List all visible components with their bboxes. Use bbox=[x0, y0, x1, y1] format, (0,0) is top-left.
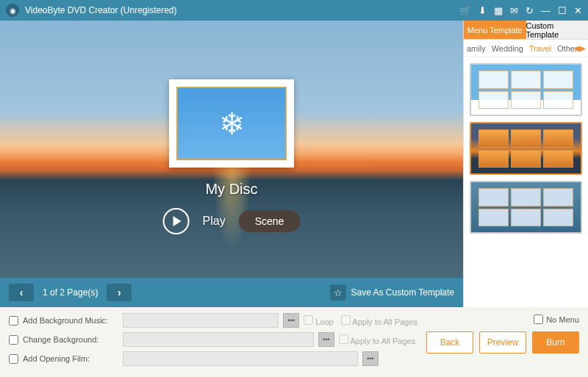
template-type-tabs: Menu Template Custom Template bbox=[464, 21, 588, 40]
thumbnail-frame[interactable]: ❄ bbox=[169, 79, 294, 168]
history-icon[interactable]: ↻ bbox=[526, 5, 534, 16]
titlebar: ◉ VideoByte DVD Creator (Unregistered) 🛒… bbox=[0, 0, 588, 21]
main-area: ❄ My Disc Play Scene ‹ 1 of 2 Page(s) › … bbox=[0, 21, 588, 307]
titlebar-controls: 🛒 ⬇ ▦ ✉ ↻ — ☐ ✕ bbox=[459, 5, 582, 16]
film-browse-button[interactable]: ••• bbox=[362, 351, 379, 366]
save-as-template-button[interactable]: ☆ Save As Custom Template bbox=[330, 284, 454, 301]
add-music-checkbox[interactable] bbox=[9, 316, 18, 326]
apply-all-bg-label: Apply to All Pages bbox=[350, 337, 415, 345]
back-button[interactable]: Back bbox=[426, 331, 473, 353]
template-thumb[interactable] bbox=[470, 122, 582, 175]
category-family[interactable]: amily bbox=[467, 44, 486, 53]
app-title: VideoByte DVD Creator (Unregistered) bbox=[25, 5, 459, 15]
preview-area: ❄ My Disc Play Scene ‹ 1 of 2 Page(s) › … bbox=[0, 21, 463, 307]
minimize-icon[interactable]: — bbox=[541, 5, 551, 16]
page-prev-button[interactable]: ‹ bbox=[9, 284, 34, 301]
music-path-input[interactable] bbox=[123, 313, 279, 328]
action-buttons: Back Preview Burn bbox=[426, 331, 579, 353]
change-bg-label: Change Background: bbox=[23, 335, 118, 344]
music-browse-button[interactable]: ••• bbox=[283, 313, 299, 328]
change-bg-checkbox[interactable] bbox=[9, 335, 18, 345]
add-film-label: Add Opening Film: bbox=[23, 354, 118, 363]
template-list bbox=[464, 57, 588, 307]
menu-controls: Play Scene bbox=[163, 208, 301, 234]
template-thumb[interactable] bbox=[470, 63, 582, 116]
bottom-panel: Add Background Music: ••• Loop Apply to … bbox=[0, 307, 588, 377]
bg-browse-button[interactable]: ••• bbox=[318, 332, 334, 347]
burn-button[interactable]: Burn bbox=[532, 331, 579, 353]
page-icon[interactable]: ▦ bbox=[494, 5, 503, 16]
no-menu-option: No Menu bbox=[534, 315, 579, 324]
add-music-label: Add Background Music: bbox=[23, 316, 118, 325]
maximize-icon[interactable]: ☐ bbox=[558, 5, 567, 16]
key-icon[interactable]: ⬇ bbox=[478, 5, 487, 16]
thumbnail-image: ❄ bbox=[176, 87, 287, 160]
cart-icon[interactable]: 🛒 bbox=[459, 5, 471, 16]
category-scroll-icon[interactable]: ◀▶ bbox=[574, 44, 586, 52]
category-travel[interactable]: Travel bbox=[529, 44, 551, 53]
template-sidebar: Menu Template Custom Template amily Wedd… bbox=[463, 21, 588, 307]
no-menu-label: No Menu bbox=[546, 315, 579, 324]
loop-checkbox bbox=[304, 315, 313, 325]
no-menu-checkbox[interactable] bbox=[534, 315, 543, 324]
play-label[interactable]: Play bbox=[203, 215, 226, 228]
option-row-music: Add Background Music: ••• Loop Apply to … bbox=[9, 313, 417, 328]
save-template-label: Save As Custom Template bbox=[351, 287, 454, 298]
preview-button[interactable]: Preview bbox=[479, 331, 526, 353]
page-indicator: 1 of 2 Page(s) bbox=[43, 287, 98, 298]
option-row-background: Change Background: ••• Apply to All Page… bbox=[9, 332, 417, 347]
film-path-input[interactable] bbox=[123, 351, 358, 366]
scene-button[interactable]: Scene bbox=[239, 210, 301, 232]
star-icon: ☆ bbox=[330, 284, 346, 301]
apply-all-music-checkbox bbox=[341, 315, 351, 325]
play-icon[interactable] bbox=[163, 208, 190, 234]
app-logo-icon: ◉ bbox=[6, 4, 19, 17]
apply-all-bg-checkbox bbox=[339, 334, 348, 344]
category-tabs: amily Wedding Travel Others ◀▶ bbox=[464, 40, 588, 57]
tab-custom-template[interactable]: Custom Template bbox=[526, 21, 589, 39]
loop-label: Loop bbox=[315, 317, 333, 326]
option-row-opening: Add Opening Film: ••• bbox=[9, 351, 417, 366]
close-icon[interactable]: ✕ bbox=[574, 5, 582, 16]
options-column: Add Background Music: ••• Loop Apply to … bbox=[9, 313, 417, 371]
category-wedding[interactable]: Wedding bbox=[492, 44, 523, 53]
page-next-button[interactable]: › bbox=[107, 284, 132, 301]
add-film-checkbox[interactable] bbox=[9, 354, 18, 364]
tab-menu-template[interactable]: Menu Template bbox=[464, 21, 526, 39]
snowflake-icon: ❄ bbox=[219, 106, 245, 142]
menu-preview: ❄ My Disc Play Scene bbox=[0, 21, 463, 278]
chat-icon[interactable]: ✉ bbox=[510, 5, 518, 16]
action-column: No Menu Back Preview Burn bbox=[426, 313, 579, 371]
pager-bar: ‹ 1 of 2 Page(s) › ☆ Save As Custom Temp… bbox=[0, 278, 463, 307]
template-thumb[interactable] bbox=[470, 181, 582, 234]
apply-all-label: Apply to All Pages bbox=[352, 317, 417, 326]
disc-title[interactable]: My Disc bbox=[205, 181, 257, 198]
bg-path-input[interactable] bbox=[123, 332, 314, 347]
